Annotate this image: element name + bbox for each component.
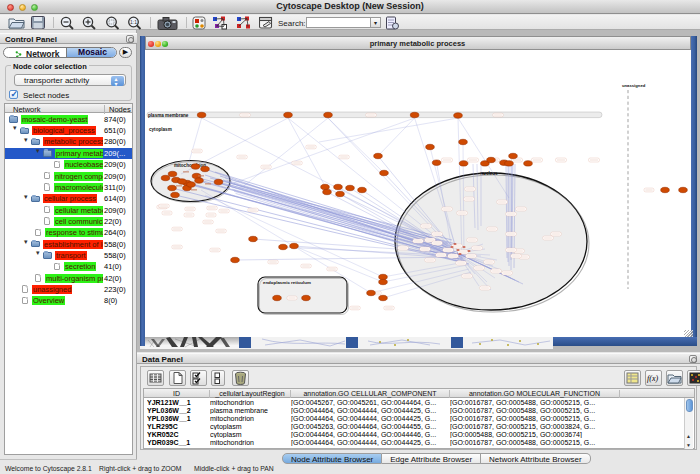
svg-text:endoplasmic reticulum: endoplasmic reticulum bbox=[263, 280, 311, 285]
svg-text:1:1: 1:1 bbox=[130, 19, 137, 25]
svg-text:cytoplasm: cytoplasm bbox=[149, 127, 172, 132]
svg-text:f(x): f(x) bbox=[647, 374, 658, 383]
svg-text:nucleus: nucleus bbox=[480, 171, 498, 176]
svg-text:unassigned: unassigned bbox=[622, 83, 646, 88]
svg-text:plasma membrane: plasma membrane bbox=[148, 113, 189, 118]
